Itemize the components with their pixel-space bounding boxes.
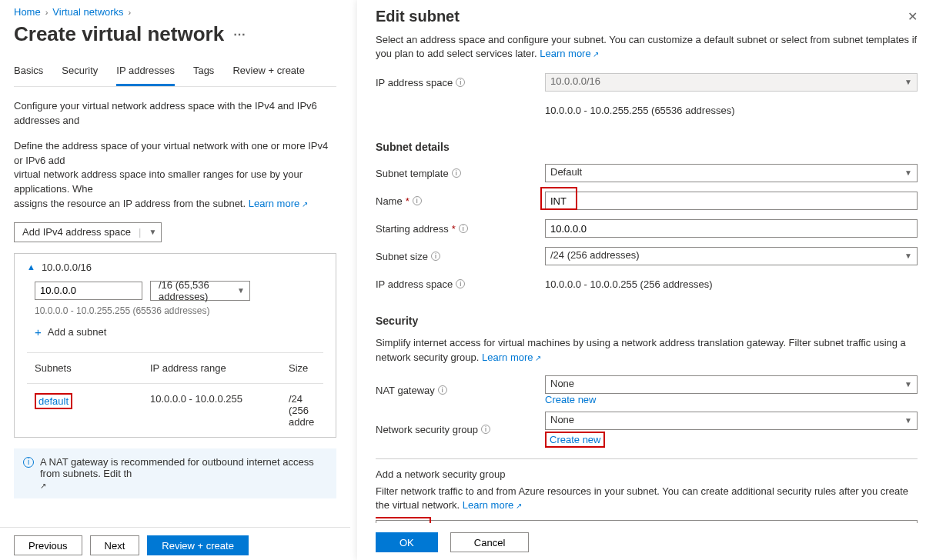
address-range-note: 10.0.0.0 - 10.0.255.255 (65536 addresses… bbox=[35, 305, 323, 316]
nat-create-new-link[interactable]: Create new bbox=[545, 394, 596, 405]
subnet-template-select[interactable]: Default ▼ bbox=[545, 164, 918, 182]
col-subnets: Subnets bbox=[35, 362, 150, 374]
tab-basics[interactable]: Basics bbox=[14, 60, 43, 86]
subnet-name-label: Name * i bbox=[376, 195, 545, 207]
address-space-box: ▲ 10.0.0.0/16 /16 (65,536 addresses) ▼ 1… bbox=[14, 253, 336, 438]
learn-more-link[interactable]: Learn more bbox=[463, 499, 522, 511]
wizard-footer: Previous Next Review + create bbox=[0, 527, 350, 560]
chevron-right-icon: › bbox=[45, 8, 48, 17]
chevron-down-icon: ▼ bbox=[904, 380, 912, 388]
ok-button[interactable]: OK bbox=[376, 532, 438, 552]
chevron-down-icon: ▼ bbox=[904, 416, 912, 425]
ip-space-select[interactable]: 10.0.0.0/16 ▼ bbox=[545, 73, 918, 92]
chevron-down-icon: ▼ bbox=[904, 252, 912, 260]
breadcrumb-home[interactable]: Home bbox=[14, 6, 41, 18]
plus-icon: + bbox=[35, 325, 42, 338]
tab-review[interactable]: Review + create bbox=[232, 60, 305, 86]
previous-button[interactable]: Previous bbox=[14, 535, 82, 555]
subnet-size: /24 (256 addre bbox=[289, 393, 323, 428]
table-row: default 10.0.0.0 - 10.0.0.255 /24 (256 a… bbox=[27, 383, 323, 437]
add-nsg-card: Add a network security group Filter netw… bbox=[376, 458, 918, 523]
learn-more-link[interactable]: Learn more bbox=[249, 198, 308, 209]
panel-title: Edit subnet bbox=[376, 8, 460, 25]
address-size-select[interactable]: /16 (65,536 addresses) ▼ bbox=[150, 281, 250, 301]
collapse-icon[interactable]: ▲ bbox=[27, 262, 35, 272]
subnet-name-input[interactable] bbox=[545, 192, 918, 210]
subnet-size-label: Subnet size i bbox=[376, 251, 545, 262]
edit-subnet-panel: Edit subnet ✕ Select an address space an… bbox=[357, 0, 936, 560]
nat-gateway-label: NAT gateway i bbox=[376, 385, 545, 396]
add-subnet-button[interactable]: + Add a subnet bbox=[35, 325, 323, 338]
cancel-button[interactable]: Cancel bbox=[450, 532, 529, 552]
panel-intro: Select an address space and configure yo… bbox=[376, 33, 918, 61]
chevron-down-icon: ▼ bbox=[904, 168, 912, 177]
add-ipv4-dropdown[interactable]: Add IPv4 address space| ▼ bbox=[14, 222, 162, 242]
info-icon: i bbox=[23, 457, 34, 468]
chevron-down-icon: ▼ bbox=[237, 286, 245, 295]
table-header-row: Subnets IP address range Size bbox=[27, 352, 323, 383]
info-icon[interactable]: i bbox=[456, 279, 465, 288]
subnets-table: Subnets IP address range Size default 10… bbox=[27, 352, 323, 437]
nat-gateway-select[interactable]: None ▼ bbox=[545, 375, 918, 394]
info-icon[interactable]: i bbox=[438, 385, 447, 395]
next-button[interactable]: Next bbox=[90, 535, 140, 555]
subnet-ipspace-label: IP address space i bbox=[376, 278, 545, 290]
info-icon[interactable]: i bbox=[456, 78, 465, 87]
panel-footer: OK Cancel bbox=[376, 523, 918, 560]
ip-space-range: 10.0.0.0 - 10.0.255.255 (65536 addresses… bbox=[545, 105, 918, 116]
chevron-right-icon: › bbox=[129, 8, 132, 17]
intro-text-1: Configure your virtual network address s… bbox=[14, 99, 336, 128]
tabs: Basics Security IP addresses Tags Review… bbox=[14, 60, 336, 87]
col-size: Size bbox=[289, 362, 323, 374]
main-page: Home › Virtual networks › Create virtual… bbox=[0, 0, 350, 505]
ip-space-label: IP address space i bbox=[376, 77, 545, 88]
info-icon[interactable]: i bbox=[413, 196, 422, 205]
subnet-ipspace-value: 10.0.0.0 - 10.0.0.255 (256 addresses) bbox=[545, 278, 918, 290]
info-icon[interactable]: i bbox=[431, 252, 440, 261]
info-icon[interactable]: i bbox=[481, 425, 490, 434]
subnet-default-link[interactable]: default bbox=[38, 395, 69, 407]
review-create-button[interactable]: Review + create bbox=[147, 535, 249, 555]
subnet-template-label: Subnet template i bbox=[376, 168, 545, 179]
breadcrumb: Home › Virtual networks › bbox=[14, 6, 336, 18]
address-cidr: 10.0.0.0/16 bbox=[42, 262, 92, 273]
starting-address-input[interactable] bbox=[545, 219, 918, 238]
breadcrumb-vnets[interactable]: Virtual networks bbox=[52, 6, 123, 18]
info-icon[interactable]: i bbox=[452, 168, 461, 178]
chevron-down-icon: ▼ bbox=[904, 78, 912, 86]
col-range: IP address range bbox=[150, 362, 289, 374]
nsg-name-input[interactable] bbox=[376, 520, 918, 523]
tab-ip-addresses[interactable]: IP addresses bbox=[116, 60, 175, 86]
nsg-select[interactable]: None ▼ bbox=[545, 412, 918, 430]
subnet-details-heading: Subnet details bbox=[376, 141, 918, 153]
external-link-icon[interactable] bbox=[40, 479, 46, 491]
chevron-down-icon: ▼ bbox=[149, 228, 156, 236]
intro-text-2: Define the address space of your virtual… bbox=[14, 139, 336, 212]
nsg-create-new-link[interactable]: Create new bbox=[550, 434, 600, 445]
page-title: Create virtual network ⋯ bbox=[14, 22, 336, 46]
nsg-label: Network security group i bbox=[376, 424, 545, 435]
tab-security[interactable]: Security bbox=[62, 60, 98, 86]
more-menu-icon[interactable]: ⋯ bbox=[233, 27, 246, 42]
learn-more-link[interactable]: Learn more bbox=[482, 352, 541, 363]
info-icon[interactable]: i bbox=[459, 224, 468, 233]
nat-info-bar: i A NAT gateway is recommended for outbo… bbox=[14, 448, 336, 498]
security-intro: Simplify internet access for virtual mac… bbox=[376, 336, 918, 364]
close-icon[interactable]: ✕ bbox=[908, 9, 918, 24]
subnet-range: 10.0.0.0 - 10.0.0.255 bbox=[150, 393, 289, 428]
learn-more-link[interactable]: Learn more bbox=[540, 48, 599, 59]
security-heading: Security bbox=[376, 315, 918, 327]
address-ip-input[interactable] bbox=[35, 282, 142, 300]
add-nsg-desc: Filter network traffic to and from Azure… bbox=[376, 485, 918, 512]
add-nsg-title: Add a network security group bbox=[376, 468, 918, 480]
subnet-size-select[interactable]: /24 (256 addresses) ▼ bbox=[545, 247, 918, 265]
starting-address-label: Starting address * i bbox=[376, 223, 545, 235]
tab-tags[interactable]: Tags bbox=[193, 60, 214, 86]
